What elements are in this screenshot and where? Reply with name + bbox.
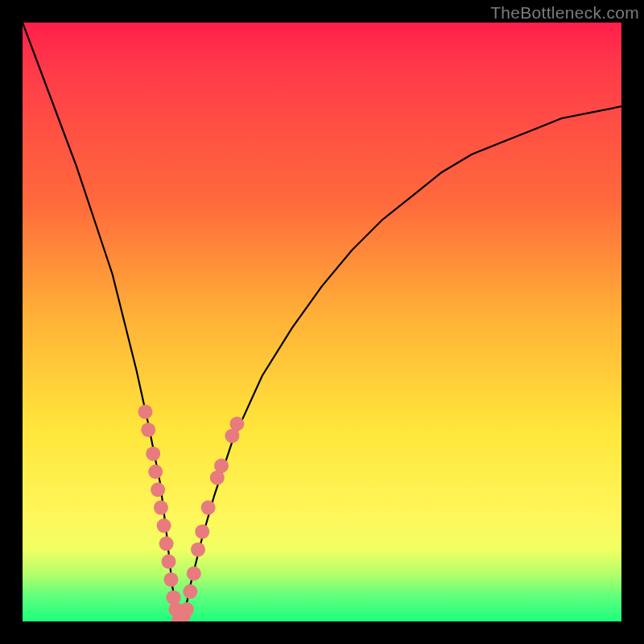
sample-dot <box>159 536 174 551</box>
bottleneck-curve <box>23 23 621 621</box>
sample-dot <box>146 447 160 461</box>
sample-dot <box>162 555 176 569</box>
sample-dot <box>157 518 171 533</box>
sample-dot <box>167 590 181 605</box>
watermark-text: TheBottleneck.com <box>490 3 639 23</box>
sample-dot <box>148 464 163 479</box>
sample-dot <box>214 459 229 473</box>
sample-dot <box>229 417 244 431</box>
sample-dot <box>183 584 197 599</box>
sample-dot <box>154 501 168 515</box>
sample-dot <box>180 602 194 617</box>
sample-dot <box>164 572 179 587</box>
chart-svg <box>23 23 621 621</box>
sample-dot <box>151 482 165 497</box>
sample-dot <box>138 405 153 419</box>
sample-dot <box>201 501 216 515</box>
sample-dot <box>141 423 155 437</box>
chart-frame: TheBottleneck.com <box>0 0 644 644</box>
sample-dot <box>195 524 209 539</box>
chart-plot-area <box>23 23 621 621</box>
sample-dot <box>191 543 205 557</box>
sample-dot <box>187 567 201 581</box>
sample-dots <box>138 405 245 621</box>
